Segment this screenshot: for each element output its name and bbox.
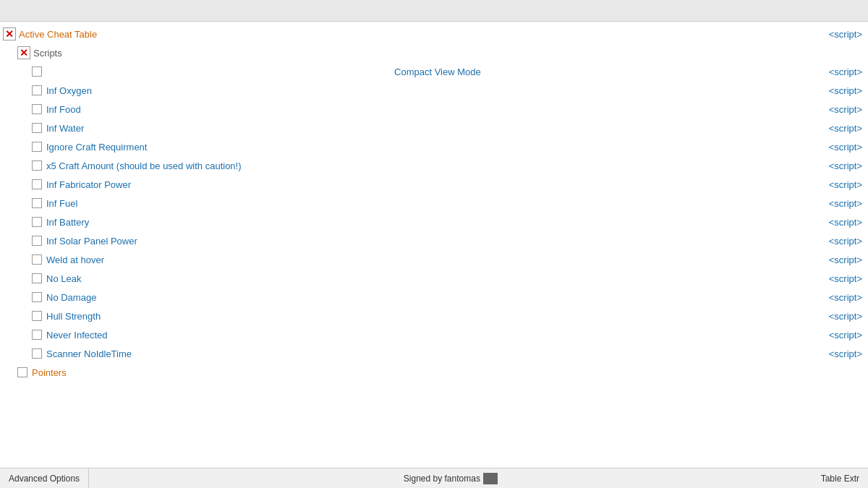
checkbox-weld-hover[interactable]: [32, 254, 42, 265]
status-advanced-options[interactable]: Advanced Options: [0, 468, 89, 488]
script-tag-hull-strength: <script>: [829, 311, 868, 322]
script-tag-inf-fabricator: <script>: [829, 179, 868, 190]
label-inf-food: Inf Food: [46, 104, 829, 115]
status-bar: Advanced Options Signed by fantomas Tabl…: [0, 468, 868, 488]
checkbox-active-cheat-table[interactable]: ✕: [3, 27, 16, 40]
script-tag-scanner-noidletime: <script>: [829, 348, 868, 359]
label-compact-view: Compact View Mode: [46, 67, 829, 77]
label-never-infected: Never Infected: [46, 330, 829, 341]
label-inf-fuel: Inf Fuel: [46, 198, 829, 209]
row-inf-food: Inf Food <script>: [0, 100, 868, 119]
checkbox-hull-strength[interactable]: [32, 311, 42, 321]
script-tag-inf-water: <script>: [829, 123, 868, 134]
checkbox-compact-view[interactable]: [32, 67, 42, 77]
checkbox-no-damage[interactable]: [32, 292, 42, 302]
row-never-infected: Never Infected <script>: [0, 325, 868, 344]
row-compact-view: Compact View Mode <script>: [0, 62, 868, 81]
checkbox-inf-food[interactable]: [32, 104, 42, 114]
row-active-cheat-table: ✕ Active Cheat Table <script>: [0, 25, 868, 43]
label-pointers: Pointers: [32, 367, 868, 378]
checkbox-no-leak[interactable]: [32, 273, 42, 283]
script-tag-inf-food: <script>: [829, 104, 868, 115]
checkbox-inf-oxygen[interactable]: [32, 85, 42, 95]
script-tag-weld-hover: <script>: [829, 254, 868, 265]
checkbox-inf-water[interactable]: [32, 123, 42, 133]
row-scanner-noidletime: Scanner NoIdleTime <script>: [0, 344, 868, 363]
checkbox-x5-craft[interactable]: [32, 160, 42, 171]
checkbox-scripts[interactable]: ✕: [17, 46, 30, 59]
label-no-damage: No Damage: [46, 292, 829, 303]
row-scripts: ✕ Scripts: [0, 43, 868, 62]
script-tag-never-infected: <script>: [829, 330, 868, 341]
row-no-leak: No Leak <script>: [0, 269, 868, 288]
checkbox-inf-fuel[interactable]: [32, 198, 42, 208]
status-table-extras[interactable]: Table Extr: [812, 468, 868, 488]
row-inf-oxygen: Inf Oxygen <script>: [0, 81, 868, 100]
row-inf-battery: Inf Battery <script>: [0, 213, 868, 231]
row-x5-craft: x5 Craft Amount (should be used with cau…: [0, 156, 868, 175]
table-extras-label: Table Extr: [821, 474, 859, 484]
row-no-damage: No Damage <script>: [0, 288, 868, 307]
script-tag-no-damage: <script>: [829, 292, 868, 303]
script-tag-x5-craft: <script>: [829, 160, 868, 171]
label-inf-water: Inf Water: [46, 123, 829, 134]
checkbox-inf-battery[interactable]: [32, 217, 42, 227]
label-scanner-noidletime: Scanner NoIdleTime: [46, 348, 829, 359]
label-inf-solar: Inf Solar Panel Power: [46, 236, 829, 247]
checkbox-inf-fabricator[interactable]: [32, 179, 42, 189]
script-tag-inf-solar: <script>: [829, 236, 868, 247]
label-ignore-craft: Ignore Craft Requirment: [46, 142, 829, 153]
checkbox-inf-solar[interactable]: [32, 236, 42, 246]
script-tag-no-leak: <script>: [829, 273, 868, 284]
checkbox-ignore-craft[interactable]: [32, 142, 42, 152]
label-x5-craft: x5 Craft Amount (should be used with cau…: [46, 160, 829, 171]
main-content: ✕ Active Cheat Table <script> ✕ Scripts …: [0, 22, 868, 468]
script-tag-ignore-craft: <script>: [829, 142, 868, 153]
label-inf-fabricator: Inf Fabricator Power: [46, 179, 829, 190]
label-active-cheat-table: Active Cheat Table: [19, 29, 829, 40]
signed-icon: [483, 473, 498, 484]
script-tag-active-cheat-table: <script>: [829, 29, 868, 40]
row-hull-strength: Hull Strength <script>: [0, 307, 868, 325]
script-tag-inf-battery: <script>: [829, 217, 868, 228]
status-signed-by: Signed by fantomas: [89, 473, 812, 484]
label-hull-strength: Hull Strength: [46, 311, 829, 322]
checkbox-scanner-noidletime[interactable]: [32, 348, 42, 359]
script-tag-inf-oxygen: <script>: [829, 85, 868, 96]
row-pointers: Pointers: [0, 363, 868, 382]
label-inf-oxygen: Inf Oxygen: [46, 85, 829, 96]
row-inf-water: Inf Water <script>: [0, 119, 868, 137]
row-weld-hover: Weld at hover <script>: [0, 250, 868, 269]
row-ignore-craft: Ignore Craft Requirment <script>: [0, 137, 868, 156]
row-inf-solar: Inf Solar Panel Power <script>: [0, 231, 868, 250]
label-weld-hover: Weld at hover: [46, 254, 829, 265]
script-tag-inf-fuel: <script>: [829, 198, 868, 209]
label-inf-battery: Inf Battery: [46, 217, 829, 228]
checkbox-never-infected[interactable]: [32, 330, 42, 340]
label-no-leak: No Leak: [46, 273, 829, 284]
advanced-options-label: Advanced Options: [9, 474, 80, 484]
row-inf-fuel: Inf Fuel <script>: [0, 194, 868, 213]
row-inf-fabricator: Inf Fabricator Power <script>: [0, 175, 868, 194]
script-tag-compact-view: <script>: [829, 67, 868, 77]
checkbox-pointers[interactable]: [17, 367, 27, 377]
title-bar: [0, 0, 868, 22]
signed-by-label: Signed by fantomas: [404, 474, 480, 484]
label-scripts: Scripts: [33, 48, 868, 59]
